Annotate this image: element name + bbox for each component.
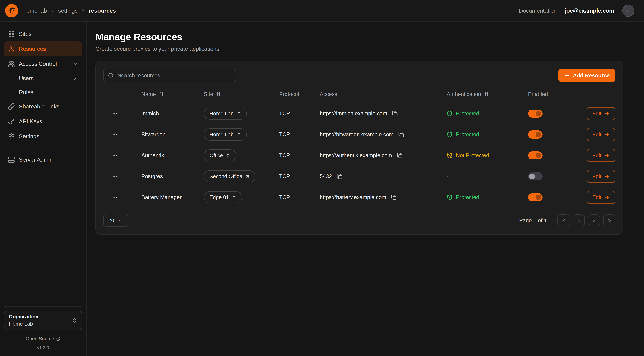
arrow-up-right-icon (236, 132, 241, 137)
sidebar-item-shareable-links[interactable]: Shareable Links (4, 99, 82, 114)
header-authentication[interactable]: Authentication (447, 91, 528, 97)
sidebar-item-sites[interactable]: Sites (4, 26, 82, 42)
table-header-row: Name Site Protocol Access Authentication… (103, 86, 616, 103)
org-value: Home Lab (9, 321, 38, 327)
arrow-up-right-icon (226, 153, 231, 158)
sidebar-item-api-keys[interactable]: API Keys (4, 114, 82, 129)
header-site[interactable]: Site (204, 91, 279, 97)
chevron-down-icon (72, 61, 78, 67)
row-actions-button[interactable] (110, 172, 119, 181)
prev-page-button[interactable] (573, 214, 585, 226)
breadcrumb-settings[interactable]: settings (58, 8, 78, 14)
sidebar-item-label: Shareable Links (19, 104, 59, 110)
table-row: Battery Manager Edge 01 TCP https://batt… (103, 187, 616, 208)
site-link[interactable]: Edge 01 (204, 191, 242, 203)
chevron-right-icon (72, 75, 78, 81)
enabled-toggle[interactable] (528, 110, 542, 118)
search-box[interactable] (103, 68, 236, 82)
header-name[interactable]: Name (141, 91, 204, 97)
org-label: Organization (9, 314, 38, 320)
last-page-button[interactable] (603, 214, 616, 226)
users-icon (8, 60, 15, 67)
header-enabled: Enabled (528, 91, 573, 97)
breadcrumb-current-page[interactable]: resources (89, 8, 116, 14)
chevron-right-icon (50, 8, 55, 13)
enabled-toggle[interactable] (528, 130, 542, 138)
sort-icon (159, 92, 164, 97)
shield-off-icon (447, 152, 453, 158)
site-link[interactable]: Second Office (204, 170, 256, 182)
site-link[interactable]: Home Lab (204, 108, 247, 120)
row-actions-button[interactable] (110, 193, 119, 202)
documentation-link[interactable]: Documentation (519, 8, 557, 14)
sidebar-item-label: Server Admin (19, 157, 53, 162)
ellipsis-icon (112, 194, 118, 200)
header-access: Access (320, 91, 447, 97)
sidebar-item-roles[interactable]: Roles (4, 86, 82, 99)
edit-button[interactable]: Edit (587, 191, 616, 204)
breadcrumb-org[interactable]: home-lab (23, 8, 47, 14)
sidebar-item-label: Settings (19, 134, 39, 139)
chevrons-up-down-icon (72, 318, 77, 323)
protocol: TCP (279, 152, 320, 158)
sidebar-item-settings[interactable]: Settings (4, 129, 82, 144)
protocol: TCP (279, 131, 320, 138)
row-actions-button[interactable] (110, 151, 119, 160)
access-url: https://battery.example.com (320, 194, 386, 200)
gear-icon (8, 133, 15, 140)
sidebar-item-resources[interactable]: Resources (4, 42, 82, 56)
shield-check-icon (447, 110, 453, 116)
resource-name: Postgres (141, 173, 204, 180)
page-info: Page 1 of 1 (519, 217, 547, 224)
next-page-button[interactable] (588, 214, 600, 226)
arrow-right-icon (604, 174, 610, 179)
shield-check-icon (447, 194, 453, 200)
edit-button[interactable]: Edit (587, 128, 616, 141)
open-source-link[interactable]: Open Source (4, 336, 82, 342)
protocol: TCP (279, 110, 320, 117)
first-page-button[interactable] (558, 214, 570, 226)
resource-name: Authentik (141, 152, 204, 158)
pangolin-logo-icon[interactable] (5, 4, 18, 18)
ellipsis-icon (112, 132, 118, 137)
edit-button[interactable]: Edit (587, 170, 616, 183)
copy-button[interactable] (396, 152, 403, 159)
sidebar-item-users[interactable]: Users (4, 71, 82, 86)
auth-status: Protected (447, 131, 528, 138)
sidebar-item-label: Roles (19, 90, 33, 95)
edit-button[interactable]: Edit (587, 149, 616, 162)
sidebar-divider (4, 306, 82, 307)
site-link[interactable]: Home Lab (204, 128, 247, 140)
edit-button[interactable]: Edit (587, 107, 616, 120)
auth-status: - (447, 173, 528, 180)
sort-icon (484, 92, 489, 97)
copy-icon (397, 153, 402, 158)
ellipsis-icon (112, 174, 118, 179)
site-link[interactable]: Office (204, 150, 236, 162)
copy-button[interactable] (336, 173, 343, 180)
copy-button[interactable] (391, 110, 398, 117)
org-selector[interactable]: Organization Home Lab (4, 311, 82, 330)
ellipsis-icon (112, 111, 118, 116)
user-avatar[interactable]: J (622, 5, 634, 17)
search-input[interactable] (118, 72, 231, 79)
page-subtitle: Create secure proxies to your private ap… (96, 46, 623, 52)
access-url: https://immich.example.com (320, 110, 387, 117)
add-resource-button[interactable]: Add Resource (558, 68, 616, 82)
enabled-toggle[interactable] (528, 152, 542, 160)
sidebar-item-server-admin[interactable]: Server Admin (4, 152, 82, 167)
enabled-toggle[interactable] (528, 193, 542, 201)
access-url: https://bitwarden.example.com (320, 131, 394, 138)
avatar-initial: J (627, 8, 630, 14)
enabled-toggle[interactable] (528, 172, 542, 180)
row-actions-button[interactable] (110, 130, 119, 139)
copy-button[interactable] (390, 194, 398, 201)
row-actions-button[interactable] (110, 109, 119, 118)
copy-button[interactable] (398, 131, 405, 138)
page-size-select[interactable]: 20 (103, 214, 128, 227)
arrow-right-icon (604, 153, 610, 158)
key-icon (8, 118, 15, 125)
chevron-right-icon (591, 218, 597, 223)
sidebar-item-access-control[interactable]: Access Control (4, 56, 82, 71)
arrow-right-icon (604, 132, 610, 137)
